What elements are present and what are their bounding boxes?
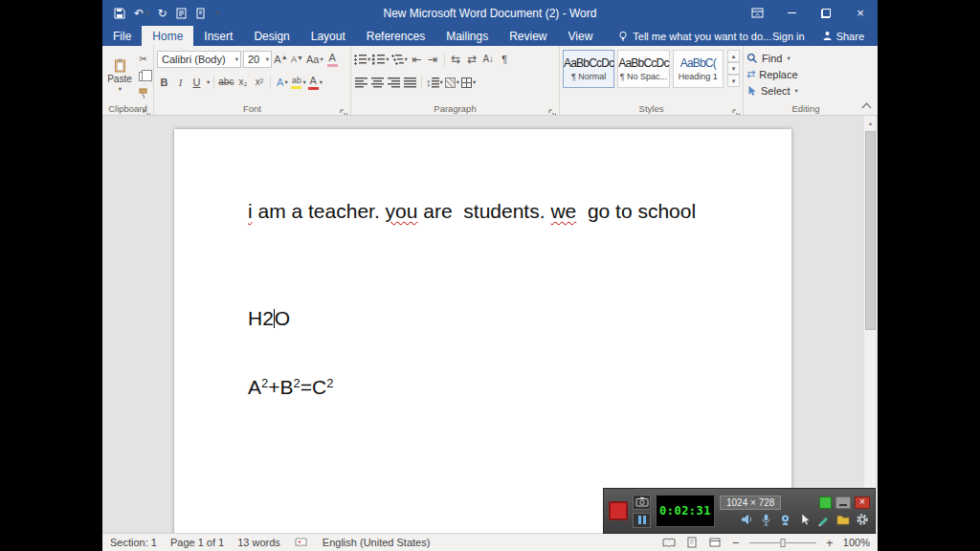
shrink-font-button[interactable]: A▼ [290,52,304,67]
tab-insert[interactable]: Insert [193,26,243,46]
style-no-spacing[interactable]: AaBbCcDc ¶ No Spac... [617,50,669,88]
bullets-button[interactable]: ▾ [354,52,370,67]
page-indicator[interactable]: Page 1 of 1 [170,537,224,548]
vertical-scrollbar[interactable]: ▴ ▾ [863,116,876,533]
pause-button[interactable] [633,513,651,528]
speaker-button[interactable] [739,513,755,527]
screenshot-button[interactable] [633,495,651,510]
document-page[interactable]: i am a teacher. you are students. we go … [174,129,791,533]
align-right-button[interactable] [387,75,401,90]
shading-button[interactable]: ▾ [445,75,459,90]
read-mode-button[interactable] [661,536,677,550]
subscript-button[interactable]: x₂ [235,75,250,90]
font-dialog-launcher[interactable] [340,104,348,113]
zoom-level[interactable]: 100% [843,537,870,548]
open-folder-button[interactable] [835,513,851,527]
quick-print-button[interactable] [195,8,206,19]
font-size-combobox[interactable]: 20▾ [243,51,272,68]
format-painter-button[interactable] [136,86,150,100]
font-name-combobox[interactable]: Calibri (Body)▾ [157,51,241,68]
save-button[interactable] [114,8,125,19]
highlight-button[interactable]: ab▾ [291,75,305,90]
tab-mailings[interactable]: Mailings [435,26,499,46]
styles-dialog-launcher[interactable] [732,104,741,113]
font-color-button[interactable]: A▾ [308,75,323,90]
show-hide-pilcrow-button[interactable]: ¶ [498,52,512,67]
restore-button[interactable] [809,0,843,26]
left-to-right-button[interactable]: ⇆ [449,52,463,67]
right-to-left-button[interactable]: ⇄ [465,52,479,67]
tab-layout[interactable]: Layout [301,26,356,46]
change-case-button[interactable]: Aa▾ [306,52,323,67]
clear-formatting-button[interactable]: A [325,52,340,67]
tab-file[interactable]: File [102,26,142,46]
sort-button[interactable]: A↓ [481,52,496,67]
zoom-slider-handle[interactable] [780,539,785,547]
print-layout-button[interactable] [684,536,700,550]
microphone-button[interactable] [758,513,774,527]
cut-button[interactable]: ✂ [136,52,150,66]
recorder-region-button[interactable] [819,496,832,509]
styles-scroll-up-button[interactable]: ▴ [727,50,740,62]
zoom-out-button[interactable]: − [730,536,742,550]
share-button[interactable]: Share [822,26,864,46]
bold-button[interactable]: B [157,75,171,90]
record-stop-button[interactable] [609,501,628,520]
web-layout-button[interactable] [707,536,723,550]
zoom-in-button[interactable]: + [824,536,835,550]
copy-button[interactable] [136,69,150,83]
proofing-errors-button[interactable] [294,536,309,550]
word-count[interactable]: 13 words [237,537,280,548]
tab-references[interactable]: References [356,26,435,46]
superscript-button[interactable]: x² [252,75,266,90]
settings-button[interactable] [854,513,870,527]
zoom-slider[interactable] [749,537,816,548]
redo-button[interactable]: ↻ [158,8,167,19]
strikethrough-button[interactable]: abc [218,75,234,90]
scroll-up-button[interactable]: ▴ [864,116,877,130]
scrollbar-thumb[interactable] [865,131,876,330]
style-heading-1[interactable]: AaBbC( Heading 1 [673,50,724,88]
text-effects-button[interactable]: A▾ [275,75,289,90]
select-button[interactable]: Select ▾ [746,83,865,98]
clipboard-dialog-launcher[interactable] [143,104,151,113]
styles-more-button[interactable]: ▾ [727,75,740,87]
underline-button[interactable]: U [189,75,204,90]
find-button[interactable]: Find ▾ [746,51,865,65]
language-indicator[interactable]: English (United States) [323,537,431,548]
print-preview-button[interactable] [176,8,187,19]
multilevel-list-button[interactable]: ▾ [391,52,408,67]
tab-review[interactable]: Review [499,26,557,46]
replace-button[interactable]: ⇄ Replace [746,67,865,81]
tab-home[interactable]: Home [142,26,193,46]
paragraph-dialog-launcher[interactable] [548,104,557,113]
webcam-button[interactable] [777,513,793,527]
recorder-minimize-button[interactable] [835,496,851,509]
ribbon-display-options-button[interactable] [740,0,774,26]
cursor-capture-button[interactable] [796,513,813,527]
paste-button[interactable]: Paste ▾ [105,50,134,100]
increase-indent-button[interactable]: ⇥ [426,52,440,67]
tab-design[interactable]: Design [243,26,300,46]
italic-button[interactable]: I [173,75,188,90]
justify-button[interactable] [403,75,417,90]
undo-button[interactable]: ↶▾ [134,8,149,19]
sign-in-link[interactable]: Sign in [772,26,805,46]
customize-qat-button[interactable]: ▾ [214,10,220,16]
recorder-close-button[interactable]: × [855,496,870,509]
minimize-button[interactable] [774,0,809,26]
grow-font-button[interactable]: A▲ [274,52,288,67]
tab-view[interactable]: View [558,26,604,46]
close-button[interactable]: × [843,0,878,26]
chevron-down-icon[interactable]: ▾ [207,78,210,86]
align-center-button[interactable] [370,75,385,90]
decrease-indent-button[interactable]: ⇤ [410,52,424,67]
line-spacing-button[interactable]: ↕▾ [426,75,443,90]
tell-me-box[interactable]: Tell me what you want to do... [618,26,771,46]
annotate-pen-button[interactable] [815,513,832,527]
style-normal[interactable]: AaBbCcDc ¶ Normal [563,50,614,88]
styles-scroll-down-button[interactable]: ▾ [727,62,740,75]
numbering-button[interactable]: ▾ [372,52,389,67]
align-left-button[interactable] [354,75,368,90]
borders-button[interactable]: ▾ [461,75,476,90]
